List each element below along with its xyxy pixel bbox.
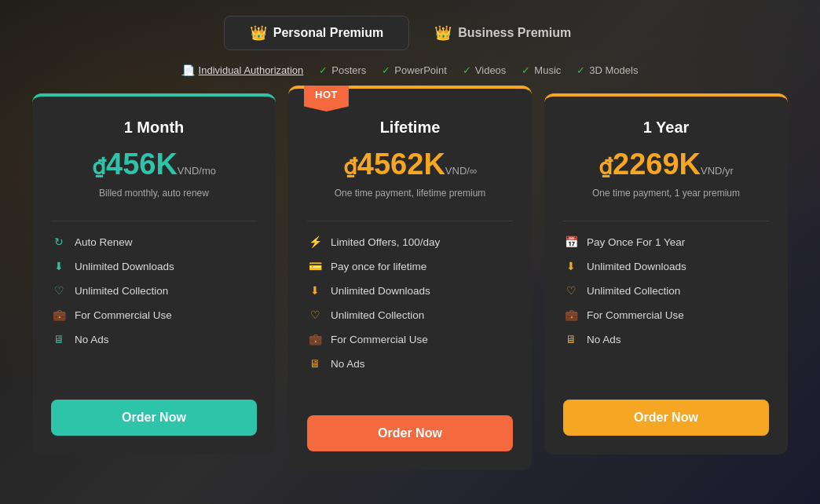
feature-label: Pay once for lifetime: [331, 261, 426, 272]
feature-label: Unlimited Downloads: [75, 261, 174, 272]
lifetime-title: Lifetime: [307, 119, 513, 137]
check-icon-music: ✓: [522, 64, 530, 76]
feature-label: No Ads: [75, 334, 109, 345]
calendar-icon: 📅: [563, 234, 579, 250]
monthly-unit: VND/mo: [178, 165, 216, 177]
download-icon: ⬇: [307, 283, 323, 298]
feature-label: No Ads: [587, 334, 621, 345]
nav-music-label: Music: [534, 64, 561, 76]
feature-label: Unlimited Collection: [75, 285, 168, 297]
heart-icon: ♡: [51, 283, 67, 298]
list-item: 🖥 No Ads: [563, 331, 769, 347]
nav-auth-label: Individual Authorization: [199, 64, 304, 76]
feature-label: Auto Renew: [75, 236, 133, 248]
order-button-lifetime[interactable]: Order Now: [307, 415, 513, 451]
download-icon: ⬇: [563, 258, 579, 274]
order-button-yearly[interactable]: Order Now: [563, 400, 769, 436]
feature-label: For Commercial Use: [587, 309, 684, 321]
bolt-icon: ⚡: [307, 234, 323, 250]
feature-label: Unlimited Downloads: [587, 261, 686, 272]
nav-3dmodels[interactable]: ✓ 3D Models: [577, 64, 638, 76]
briefcase-icon: 💼: [563, 307, 579, 323]
lifetime-features: ⚡ Limited Offers, 100/day 💳 Pay once for…: [307, 234, 513, 401]
order-button-monthly[interactable]: Order Now: [51, 400, 257, 436]
monthly-title: 1 Month: [51, 119, 257, 137]
lifetime-unit: VND/∞: [445, 165, 477, 177]
feature-label: Pay Once For 1 Year: [587, 236, 685, 248]
list-item: 🖥 No Ads: [51, 331, 257, 347]
check-icon-powerpoint: ✓: [382, 64, 390, 76]
doc-icon: 📄: [182, 64, 195, 76]
monthly-features: ↻ Auto Renew ⬇ Unlimited Downloads ♡ Unl…: [51, 234, 257, 385]
lifetime-amount: 4562K: [357, 148, 445, 181]
display-icon: 🖥: [563, 331, 579, 347]
refresh-icon: ↻: [51, 234, 67, 250]
list-item: ⬇ Unlimited Downloads: [563, 258, 769, 274]
feature-label: Limited Offers, 100/day: [331, 236, 440, 248]
nav-videos[interactable]: ✓ Videos: [463, 64, 507, 76]
feature-label: Unlimited Collection: [331, 309, 424, 321]
nav-posters[interactable]: ✓ Posters: [319, 64, 366, 76]
briefcase-icon: 💼: [307, 331, 323, 347]
display-icon: 🖥: [51, 331, 67, 347]
display-icon: 🖥: [307, 356, 323, 371]
yearly-billing: One time payment, 1 year premium: [563, 188, 769, 199]
card-lifetime: HOT Lifetime ₫4562KVND/∞ One time paymen…: [288, 86, 532, 470]
monthly-amount: 456K: [106, 148, 178, 181]
list-item: ↻ Auto Renew: [51, 234, 257, 250]
briefcase-icon: 💼: [51, 307, 67, 323]
crown-icon-business: 👑: [434, 24, 452, 42]
list-item: ♡ Unlimited Collection: [51, 283, 257, 298]
nav-auth[interactable]: 📄 Individual Authorization: [182, 64, 304, 76]
feature-label: Unlimited Collection: [587, 285, 680, 297]
nav-posters-label: Posters: [331, 64, 366, 76]
list-item: ⬇ Unlimited Downloads: [307, 283, 513, 298]
download-icon: ⬇: [51, 258, 67, 274]
tab-personal[interactable]: 👑 Personal Premium: [224, 16, 410, 50]
lifetime-billing: One time payment, lifetime premium: [307, 188, 513, 199]
feature-nav: 📄 Individual Authorization ✓ Posters ✓ P…: [16, 64, 804, 76]
yearly-unit: VND/yr: [701, 165, 734, 177]
yearly-currency: ₫: [599, 155, 613, 179]
list-item: 💼 For Commercial Use: [307, 331, 513, 347]
credit-icon: 💳: [307, 258, 323, 274]
monthly-billing: Billed monthly, auto renew: [51, 188, 257, 199]
list-item: ⬇ Unlimited Downloads: [51, 258, 257, 274]
list-item: 💳 Pay once for lifetime: [307, 258, 513, 274]
lifetime-price: ₫4562KVND/∞: [307, 148, 513, 181]
list-item: ⚡ Limited Offers, 100/day: [307, 234, 513, 250]
nav-powerpoint[interactable]: ✓ PowerPoint: [382, 64, 446, 76]
yearly-amount: 2269K: [613, 148, 701, 181]
list-item: 💼 For Commercial Use: [563, 307, 769, 323]
list-item: 📅 Pay Once For 1 Year: [563, 234, 769, 250]
feature-label: Unlimited Downloads: [331, 285, 430, 297]
yearly-features: 📅 Pay Once For 1 Year ⬇ Unlimited Downlo…: [563, 234, 769, 385]
card-monthly: 1 Month ₫456KVND/mo Billed monthly, auto…: [32, 93, 276, 455]
hot-badge: HOT: [304, 86, 349, 111]
monthly-currency: ₫: [92, 155, 106, 179]
tab-business[interactable]: 👑 Business Premium: [409, 16, 596, 50]
nav-3dmodels-label: 3D Models: [589, 64, 638, 76]
check-icon-posters: ✓: [319, 64, 328, 76]
list-item: 🖥 No Ads: [307, 356, 513, 371]
yearly-title: 1 Year: [563, 119, 769, 137]
plan-switcher: 👑 Personal Premium 👑 Business Premium: [16, 16, 804, 50]
crown-icon-personal: 👑: [250, 24, 267, 42]
heart-icon: ♡: [563, 283, 579, 298]
monthly-price: ₫456KVND/mo: [51, 148, 257, 181]
check-icon-3dmodels: ✓: [577, 64, 585, 76]
tab-personal-label: Personal Premium: [273, 26, 384, 40]
pricing-cards: 1 Month ₫456KVND/mo Billed monthly, auto…: [16, 93, 804, 470]
nav-powerpoint-label: PowerPoint: [394, 64, 446, 76]
check-icon-videos: ✓: [463, 64, 471, 76]
card-yearly: 1 Year ₫2269KVND/yr One time payment, 1 …: [544, 93, 788, 455]
lifetime-currency: ₫: [343, 155, 357, 179]
list-item: 💼 For Commercial Use: [51, 307, 257, 323]
list-item: ♡ Unlimited Collection: [563, 283, 769, 298]
list-item: ♡ Unlimited Collection: [307, 307, 513, 323]
nav-music[interactable]: ✓ Music: [522, 64, 561, 76]
heart-icon: ♡: [307, 307, 323, 323]
feature-label: No Ads: [331, 358, 365, 370]
feature-label: For Commercial Use: [331, 334, 428, 345]
feature-label: For Commercial Use: [75, 309, 172, 321]
